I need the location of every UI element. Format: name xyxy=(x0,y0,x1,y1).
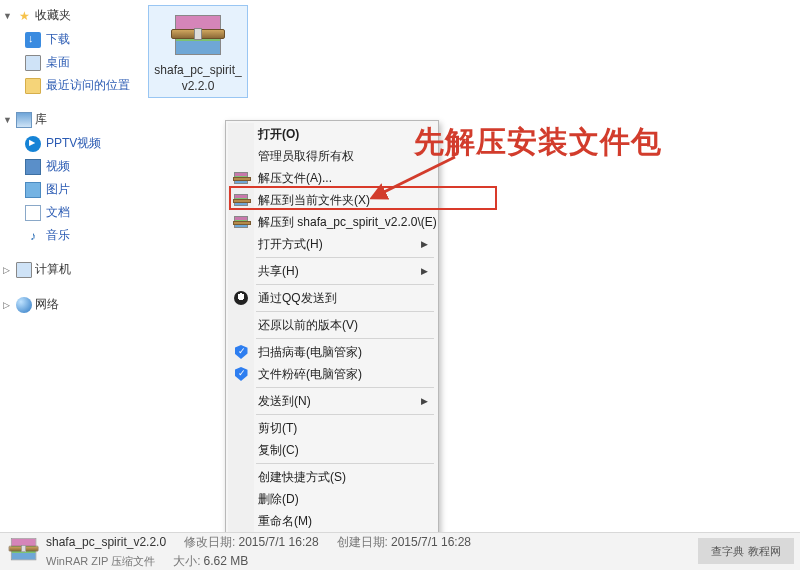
sidebar-item-desktop[interactable]: 桌面 xyxy=(3,51,137,74)
music-icon: ♪ xyxy=(25,228,41,244)
menu-item-label: 管理员取得所有权 xyxy=(258,148,354,165)
shield-icon xyxy=(233,366,249,382)
sidebar-item-pictures[interactable]: 图片 xyxy=(3,178,137,201)
menu-item-label: 解压到 shafa_pc_spirit_v2.2.0\(E) xyxy=(258,214,437,231)
menu-item-label: 删除(D) xyxy=(258,491,299,508)
context-menu-item[interactable]: 发送到(N)▶ xyxy=(228,390,436,412)
qq-icon xyxy=(233,290,249,306)
sidebar-item-downloads[interactable]: 下载 xyxy=(3,28,137,51)
desktop-icon xyxy=(25,55,41,71)
menu-item-label: 还原以前的版本(V) xyxy=(258,317,358,334)
sidebar-section-computer[interactable]: ▷ 计算机 xyxy=(3,259,137,280)
submenu-arrow-icon: ▶ xyxy=(421,239,428,249)
section-label: 网络 xyxy=(35,296,59,313)
watermark: 查字典 教程网 xyxy=(698,538,794,564)
context-menu-item[interactable]: 解压到 shafa_pc_spirit_v2.2.0\(E) xyxy=(228,211,436,233)
winrar-archive-icon xyxy=(6,536,38,568)
pictures-icon xyxy=(25,182,41,198)
menu-separator xyxy=(256,311,434,312)
star-icon: ★ xyxy=(16,8,32,24)
disclosure-icon: ▼ xyxy=(3,11,13,21)
submenu-arrow-icon: ▶ xyxy=(421,396,428,406)
status-file-type: WinRAR ZIP 压缩文件 xyxy=(46,554,155,569)
menu-item-label: 发送到(N) xyxy=(258,393,311,410)
context-menu-item[interactable]: 通过QQ发送到 xyxy=(228,287,436,309)
context-menu-item[interactable]: 还原以前的版本(V) xyxy=(228,314,436,336)
context-menu-item[interactable]: 删除(D) xyxy=(228,488,436,510)
context-menu-item[interactable]: 重命名(M) xyxy=(228,510,436,532)
context-menu-item[interactable]: 复制(C) xyxy=(228,439,436,461)
computer-icon xyxy=(16,262,32,278)
menu-separator xyxy=(256,463,434,464)
winrar-icon xyxy=(233,170,249,186)
disclosure-icon: ▷ xyxy=(3,265,13,275)
sidebar-item-videos[interactable]: 视频 xyxy=(3,155,137,178)
sidebar-section-favorites[interactable]: ▼ ★ 收藏夹 xyxy=(3,5,137,26)
network-icon xyxy=(16,297,32,313)
submenu-arrow-icon: ▶ xyxy=(421,266,428,276)
file-name: shafa_pc_spirit_v2.2.0 xyxy=(152,63,244,94)
menu-item-label: 打开方式(H) xyxy=(258,236,323,253)
context-menu-item[interactable]: 扫描病毒(电脑管家) xyxy=(228,341,436,363)
disclosure-icon: ▷ xyxy=(3,300,13,310)
menu-item-label: 文件粉碎(电脑管家) xyxy=(258,366,362,383)
context-menu-item[interactable]: 剪切(T) xyxy=(228,417,436,439)
menu-separator xyxy=(256,414,434,415)
pptv-icon xyxy=(25,136,41,152)
winrar-icon xyxy=(233,214,249,230)
menu-item-label: 扫描病毒(电脑管家) xyxy=(258,344,362,361)
section-label: 计算机 xyxy=(35,261,71,278)
menu-item-label: 复制(C) xyxy=(258,442,299,459)
menu-separator xyxy=(256,284,434,285)
menu-item-label: 打开(O) xyxy=(258,126,299,143)
section-label: 收藏夹 xyxy=(35,7,71,24)
sidebar-item-recent[interactable]: 最近访问的位置 xyxy=(3,74,137,97)
sidebar-item-pptv[interactable]: PPTV视频 xyxy=(3,132,137,155)
shield-icon xyxy=(233,344,249,360)
sidebar-section-libraries[interactable]: ▼ 库 xyxy=(3,109,137,130)
sidebar-item-music[interactable]: ♪ 音乐 xyxy=(3,224,137,247)
status-bar: shafa_pc_spirit_v2.2.0 修改日期: 2015/7/1 16… xyxy=(0,532,800,570)
menu-separator xyxy=(256,338,434,339)
sidebar-section-network[interactable]: ▷ 网络 xyxy=(3,294,137,315)
section-label: 库 xyxy=(35,111,47,128)
library-icon xyxy=(16,112,32,128)
menu-item-label: 通过QQ发送到 xyxy=(258,290,337,307)
menu-item-label: 创建快捷方式(S) xyxy=(258,469,346,486)
context-menu: 打开(O)管理员取得所有权解压文件(A)...解压到当前文件夹(X)解压到 sh… xyxy=(225,120,439,562)
sidebar-item-documents[interactable]: 文档 xyxy=(3,201,137,224)
status-file-name: shafa_pc_spirit_v2.2.0 xyxy=(46,535,166,549)
context-menu-item[interactable]: 打开方式(H)▶ xyxy=(228,233,436,255)
sidebar: ▼ ★ 收藏夹 下载 桌面 最近访问的位置 ▼ 库 PPTV视频 视 xyxy=(0,0,140,532)
annotation-text: 先解压安装文件包 xyxy=(414,122,662,163)
menu-item-label: 剪切(T) xyxy=(258,420,297,437)
winrar-icon xyxy=(233,192,249,208)
documents-icon xyxy=(25,205,41,221)
winrar-archive-icon xyxy=(166,11,230,59)
recent-icon xyxy=(25,78,41,94)
context-menu-item[interactable]: 解压到当前文件夹(X) xyxy=(228,189,436,211)
context-menu-item[interactable]: 共享(H)▶ xyxy=(228,260,436,282)
context-menu-item[interactable]: 打开(O) xyxy=(228,123,436,145)
context-menu-item[interactable]: 解压文件(A)... xyxy=(228,167,436,189)
disclosure-icon: ▼ xyxy=(3,115,13,125)
menu-item-label: 共享(H) xyxy=(258,263,299,280)
menu-separator xyxy=(256,257,434,258)
context-menu-item[interactable]: 文件粉碎(电脑管家) xyxy=(228,363,436,385)
context-menu-item[interactable]: 管理员取得所有权 xyxy=(228,145,436,167)
context-menu-item[interactable]: 创建快捷方式(S) xyxy=(228,466,436,488)
menu-item-label: 重命名(M) xyxy=(258,513,312,530)
video-icon xyxy=(25,159,41,175)
menu-item-label: 解压到当前文件夹(X) xyxy=(258,192,370,209)
menu-separator xyxy=(256,387,434,388)
download-icon xyxy=(25,32,41,48)
menu-item-label: 解压文件(A)... xyxy=(258,170,332,187)
file-item[interactable]: shafa_pc_spirit_v2.2.0 xyxy=(148,5,248,98)
